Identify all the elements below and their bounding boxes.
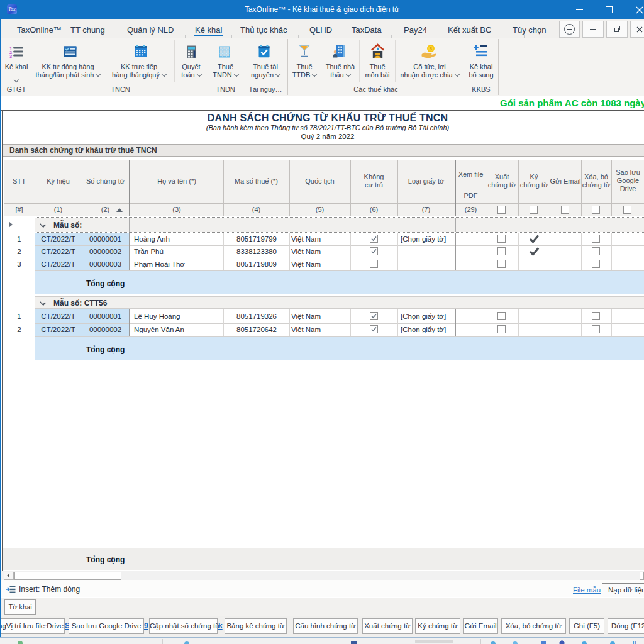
svg-text:3: 3 [9,53,12,58]
svg-text:$: $ [430,46,433,52]
